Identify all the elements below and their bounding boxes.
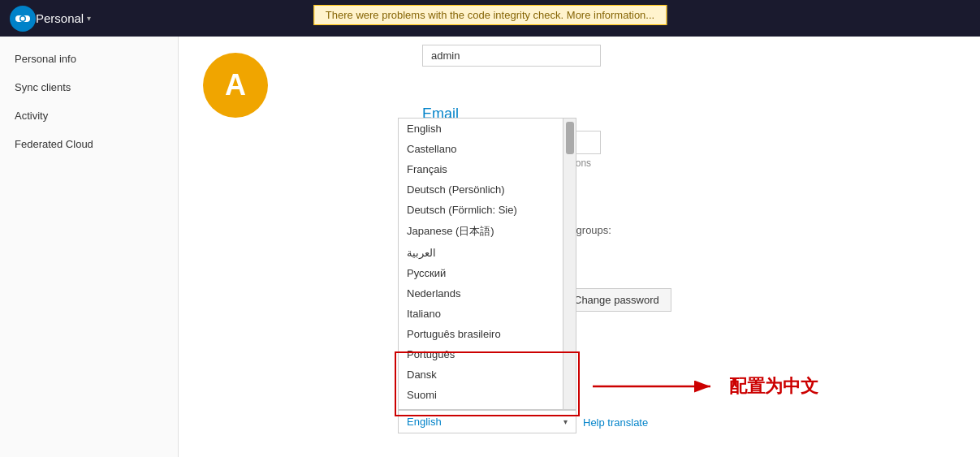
language-option-da[interactable]: Dansk [399,364,563,385]
language-option-de[interactable]: Deutsch (Persönlich) [399,179,563,200]
app-title-text: Personal [36,11,84,25]
language-option-de_formal[interactable]: Deutsch (Förmlich: Sie) [399,200,563,220]
top-bar: Personal ▾ There were problems with the … [0,0,980,37]
content-area: A Email for password recovery and notifi… [179,37,980,457]
language-option-pt[interactable]: Português [399,344,563,364]
language-option-it[interactable]: Italiano [399,304,563,324]
change-password-button[interactable]: Change password [562,288,671,312]
change-password-label: Change password [574,294,659,306]
language-dropdown-wrapper: EnglishCastellanoFrançaisDeutsch (Persön… [398,410,576,433]
language-selected-label: English [407,416,442,428]
scrollbar-thumb [566,122,574,154]
language-option-ja[interactable]: Japanese (日本語) [399,220,563,243]
nextcloud-logo [10,6,36,32]
warning-banner[interactable]: There were problems with the code integr… [313,5,667,25]
app-title[interactable]: Personal ▾ [36,11,91,25]
language-option-nb[interactable]: Norwegian Bokmål [399,405,563,410]
language-option-ru[interactable]: Русский [399,263,563,283]
language-option-fr[interactable]: Français [399,159,563,179]
language-dropdown-trigger[interactable]: English ▾ [398,410,576,433]
language-option-es[interactable]: Castellano [399,139,563,159]
language-option-ar[interactable]: العربية [399,243,563,263]
username-input[interactable] [422,45,601,67]
language-section: EnglishCastellanoFrançaisDeutsch (Persön… [398,410,593,433]
annotation: 配置为中文 [593,374,818,399]
username-field [422,45,601,67]
warning-text: There were problems with the code integr… [326,9,654,21]
language-option-fi[interactable]: Suomi [399,385,563,405]
help-translate-label: Help translate [583,416,648,429]
dropdown-caret: ▾ [563,417,568,426]
arrow-svg [593,374,723,399]
title-chevron: ▾ [87,14,91,23]
main-layout: Personal info Sync clients Activity Fede… [0,37,980,457]
language-dropdown-list[interactable]: EnglishCastellanoFrançaisDeutsch (Persön… [398,118,576,410]
annotation-text: 配置为中文 [729,374,818,399]
sidebar-item-activity[interactable]: Activity [0,101,178,130]
avatar-letter: A [225,68,246,102]
sidebar-item-federated-cloud[interactable]: Federated Cloud [0,130,178,158]
sidebar: Personal info Sync clients Activity Fede… [0,37,179,457]
dropdown-scrollbar[interactable] [563,119,576,410]
avatar-area: A [203,53,268,118]
sidebar-item-sync-clients[interactable]: Sync clients [0,73,178,101]
language-option-pt_BR[interactable]: Português brasileiro [399,324,563,344]
help-translate-link[interactable]: Help translate [583,416,648,429]
language-option-nl[interactable]: Nederlands [399,283,563,304]
sidebar-item-personal-info[interactable]: Personal info [0,45,178,73]
language-options: EnglishCastellanoFrançaisDeutsch (Persön… [399,119,563,410]
language-option-en[interactable]: English [399,119,563,139]
avatar[interactable]: A [203,53,268,118]
svg-point-5 [21,16,25,20]
